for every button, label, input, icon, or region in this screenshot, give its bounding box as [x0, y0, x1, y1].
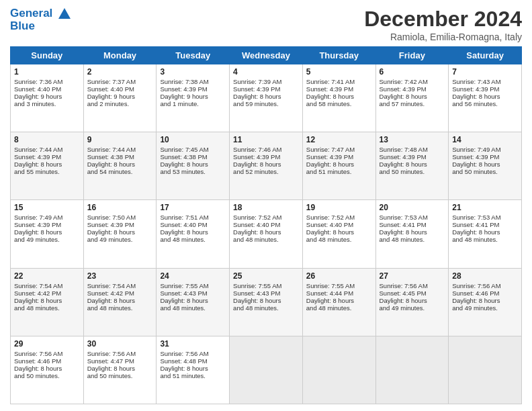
day-number: 20	[380, 203, 445, 212]
sunset-text: Sunset: 4:41 PM	[452, 221, 518, 228]
sunset-text: Sunset: 4:45 PM	[380, 289, 445, 297]
calendar-week-row: 29Sunrise: 7:56 AMSunset: 4:46 PMDayligh…	[11, 336, 522, 404]
day-number: 23	[87, 271, 153, 281]
day-number: 26	[306, 271, 372, 281]
daylight-text: Daylight: 8 hours and 50 minutes.	[87, 365, 153, 379]
sunrise-text: Sunrise: 7:56 AM	[452, 282, 518, 289]
table-row: 24Sunrise: 7:55 AMSunset: 4:43 PMDayligh…	[157, 268, 230, 336]
col-friday: Friday	[375, 47, 449, 64]
sunrise-text: Sunrise: 7:41 AM	[306, 78, 372, 85]
sunrise-text: Sunrise: 7:54 AM	[87, 282, 153, 289]
table-row: 11Sunrise: 7:46 AMSunset: 4:39 PMDayligh…	[230, 132, 303, 200]
calendar-week-row: 8Sunrise: 7:44 AMSunset: 4:39 PMDaylight…	[11, 132, 522, 200]
day-number: 16	[87, 203, 153, 212]
sunset-text: Sunset: 4:39 PM	[380, 85, 445, 93]
sunset-text: Sunset: 4:41 PM	[380, 221, 445, 228]
table-row: 27Sunrise: 7:56 AMSunset: 4:45 PMDayligh…	[375, 268, 449, 336]
day-number: 5	[306, 67, 372, 77]
sunset-text: Sunset: 4:39 PM	[87, 221, 153, 228]
sunset-text: Sunset: 4:40 PM	[14, 85, 80, 93]
daylight-text: Daylight: 8 hours and 49 minutes.	[14, 228, 80, 243]
sunrise-text: Sunrise: 7:52 AM	[306, 214, 372, 221]
sunset-text: Sunset: 4:48 PM	[160, 357, 226, 365]
day-number: 2	[87, 67, 153, 77]
sunset-text: Sunset: 4:40 PM	[160, 221, 226, 228]
daylight-text: Daylight: 8 hours and 48 minutes.	[233, 228, 299, 243]
logo: General Blue	[10, 7, 72, 33]
sunrise-text: Sunrise: 7:53 AM	[380, 214, 445, 221]
table-row	[449, 336, 522, 404]
table-row: 25Sunrise: 7:55 AMSunset: 4:43 PMDayligh…	[230, 268, 303, 336]
sunrise-text: Sunrise: 7:55 AM	[233, 282, 299, 289]
day-number: 11	[233, 135, 299, 144]
day-number: 9	[87, 135, 153, 144]
table-row: 31Sunrise: 7:56 AMSunset: 4:48 PMDayligh…	[157, 336, 230, 404]
logo-icon	[57, 7, 72, 21]
sunrise-text: Sunrise: 7:55 AM	[160, 282, 226, 289]
table-row: 6Sunrise: 7:42 AMSunset: 4:39 PMDaylight…	[375, 64, 449, 132]
sunset-text: Sunset: 4:39 PM	[452, 153, 518, 161]
sunset-text: Sunset: 4:39 PM	[306, 153, 372, 161]
day-number: 30	[87, 339, 153, 349]
sunrise-text: Sunrise: 7:45 AM	[160, 146, 226, 153]
day-number: 25	[233, 271, 299, 281]
calendar-week-row: 1Sunrise: 7:36 AMSunset: 4:40 PMDaylight…	[11, 64, 522, 132]
daylight-text: Daylight: 8 hours and 48 minutes.	[306, 228, 372, 243]
col-monday: Monday	[83, 47, 157, 64]
title-block: December 2024 Ramiola, Emilia-Romagna, I…	[364, 7, 522, 42]
table-row: 3Sunrise: 7:38 AMSunset: 4:39 PMDaylight…	[157, 64, 230, 132]
sunrise-text: Sunrise: 7:53 AM	[452, 214, 518, 221]
table-row	[375, 336, 449, 404]
table-row: 2Sunrise: 7:37 AMSunset: 4:40 PMDaylight…	[83, 64, 157, 132]
table-row: 10Sunrise: 7:45 AMSunset: 4:38 PMDayligh…	[157, 132, 230, 200]
sunrise-text: Sunrise: 7:44 AM	[14, 146, 80, 153]
sunset-text: Sunset: 4:38 PM	[160, 153, 226, 161]
sunrise-text: Sunrise: 7:50 AM	[87, 214, 153, 221]
day-number: 13	[380, 135, 445, 144]
daylight-text: Daylight: 8 hours and 51 minutes.	[306, 161, 372, 175]
sunrise-text: Sunrise: 7:47 AM	[306, 146, 372, 153]
sunset-text: Sunset: 4:47 PM	[87, 357, 153, 365]
daylight-text: Daylight: 8 hours and 49 minutes.	[380, 297, 445, 312]
sunrise-text: Sunrise: 7:56 AM	[87, 350, 153, 357]
day-number: 17	[160, 203, 226, 212]
day-number: 1	[14, 67, 80, 77]
header-row: Sunday Monday Tuesday Wednesday Thursday…	[11, 47, 522, 64]
sunrise-text: Sunrise: 7:56 AM	[380, 282, 445, 289]
col-saturday: Saturday	[449, 47, 522, 64]
day-number: 22	[14, 271, 80, 281]
table-row: 18Sunrise: 7:52 AMSunset: 4:40 PMDayligh…	[230, 200, 303, 268]
sunrise-text: Sunrise: 7:49 AM	[452, 146, 518, 153]
logo-subtext: Blue	[10, 20, 72, 33]
sunrise-text: Sunrise: 7:51 AM	[160, 214, 226, 221]
calendar-week-row: 22Sunrise: 7:54 AMSunset: 4:42 PMDayligh…	[11, 268, 522, 336]
daylight-text: Daylight: 8 hours and 56 minutes.	[452, 93, 518, 107]
day-number: 15	[14, 203, 80, 212]
sunrise-text: Sunrise: 7:38 AM	[160, 78, 226, 85]
daylight-text: Daylight: 8 hours and 51 minutes.	[160, 365, 226, 379]
table-row: 13Sunrise: 7:48 AMSunset: 4:39 PMDayligh…	[375, 132, 449, 200]
daylight-text: Daylight: 8 hours and 57 minutes.	[380, 93, 445, 107]
daylight-text: Daylight: 8 hours and 48 minutes.	[160, 228, 226, 243]
day-number: 19	[306, 203, 372, 212]
table-row: 14Sunrise: 7:49 AMSunset: 4:39 PMDayligh…	[449, 132, 522, 200]
sunset-text: Sunset: 4:39 PM	[380, 153, 445, 161]
table-row: 12Sunrise: 7:47 AMSunset: 4:39 PMDayligh…	[302, 132, 375, 200]
sunset-text: Sunset: 4:40 PM	[87, 85, 153, 93]
sunrise-text: Sunrise: 7:36 AM	[14, 78, 80, 85]
table-row	[230, 336, 303, 404]
sunset-text: Sunset: 4:46 PM	[452, 289, 518, 297]
sunrise-text: Sunrise: 7:43 AM	[452, 78, 518, 85]
sunrise-text: Sunrise: 7:54 AM	[14, 282, 80, 289]
sunset-text: Sunset: 4:42 PM	[14, 289, 80, 297]
day-number: 24	[160, 271, 226, 281]
daylight-text: Daylight: 8 hours and 48 minutes.	[233, 297, 299, 312]
table-row: 9Sunrise: 7:44 AMSunset: 4:38 PMDaylight…	[83, 132, 157, 200]
sunset-text: Sunset: 4:38 PM	[87, 153, 153, 161]
sunrise-text: Sunrise: 7:55 AM	[306, 282, 372, 289]
day-number: 31	[160, 339, 226, 349]
daylight-text: Daylight: 8 hours and 48 minutes.	[306, 297, 372, 312]
daylight-text: Daylight: 8 hours and 50 minutes.	[380, 161, 445, 175]
daylight-text: Daylight: 8 hours and 52 minutes.	[233, 161, 299, 175]
daylight-text: Daylight: 8 hours and 50 minutes.	[14, 365, 80, 379]
